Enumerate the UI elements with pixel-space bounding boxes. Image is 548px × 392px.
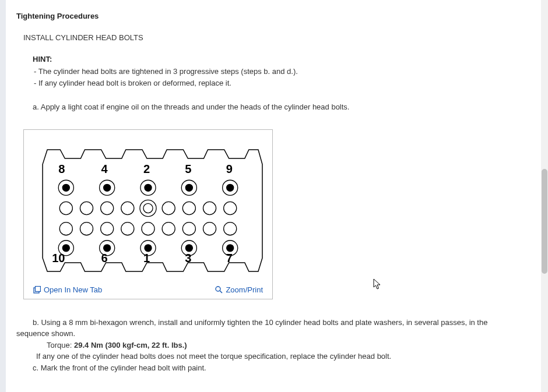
svg-point-21 — [80, 222, 93, 235]
hint-item: The cylinder head bolts are tightened in… — [33, 66, 532, 77]
svg-point-22 — [101, 222, 114, 235]
step-b-text-line2: sequence shown. — [16, 328, 532, 340]
svg-point-20 — [59, 222, 72, 235]
svg-point-7 — [185, 184, 192, 191]
svg-point-36 — [185, 244, 192, 251]
bolt-num: 9 — [226, 163, 233, 175]
bolt-num: 7 — [226, 251, 233, 264]
svg-rect-40 — [36, 286, 41, 291]
open-new-tab-link[interactable]: Open In New Tab — [33, 285, 102, 294]
bolt-num: 10 — [52, 251, 65, 264]
scrollbar-thumb[interactable] — [542, 169, 547, 274]
zoom-print-label: Zoom/Print — [226, 285, 263, 294]
bolt-num: 8 — [58, 163, 65, 175]
torque-line: Torque: 29.4 Nm (300 kgf-cm, 22 ft. lbs.… — [47, 340, 532, 351]
svg-point-34 — [145, 244, 152, 251]
svg-point-19 — [224, 202, 237, 214]
hint-list: The cylinder head bolts are tightened in… — [33, 66, 532, 89]
svg-point-30 — [62, 244, 69, 251]
step-b-text-line1: b. Using a 8 mm bi-hexagon wrench, insta… — [33, 318, 487, 327]
svg-point-12 — [101, 202, 114, 214]
svg-point-28 — [224, 222, 237, 235]
svg-point-18 — [203, 202, 216, 214]
document-content: Tightening Procedures INSTALL CYLINDER H… — [6, 0, 541, 392]
svg-line-42 — [220, 291, 222, 293]
svg-point-17 — [182, 202, 195, 214]
subsection-title: INSTALL CYLINDER HEAD BOLTS — [23, 33, 532, 42]
svg-point-32 — [104, 244, 111, 251]
bolt-num: 2 — [143, 163, 150, 175]
svg-point-38 — [227, 244, 234, 251]
svg-point-9 — [227, 184, 234, 191]
svg-point-10 — [59, 202, 72, 214]
open-new-tab-label: Open In New Tab — [44, 285, 102, 294]
svg-point-23 — [121, 222, 134, 235]
replace-note: If any one of the cylinder head bolts do… — [36, 351, 532, 362]
torque-label: Torque: — [47, 341, 72, 349]
bolt-num: 6 — [101, 251, 108, 264]
step-b-paragraph: b. Using a 8 mm bi-hexagon wrench, insta… — [16, 317, 532, 340]
svg-point-13 — [121, 202, 134, 214]
svg-point-26 — [182, 222, 195, 235]
new-tab-icon — [33, 286, 41, 294]
svg-point-16 — [162, 202, 175, 214]
svg-point-1 — [62, 184, 69, 191]
svg-point-5 — [145, 184, 152, 191]
magnify-icon — [215, 286, 223, 294]
svg-point-15 — [143, 203, 153, 213]
svg-point-27 — [203, 222, 216, 235]
diagram-controls: Open In New Tab Zoom/Print — [31, 285, 265, 294]
bolt-num: 1 — [143, 251, 150, 264]
bolt-num: 4 — [101, 163, 108, 175]
bolt-num: 5 — [185, 163, 191, 175]
step-c-text: c. Mark the front of the cylinder head b… — [33, 362, 532, 374]
svg-point-41 — [216, 287, 220, 291]
hint-item: If any cylinder head bolt is broken or d… — [33, 77, 532, 89]
svg-point-11 — [80, 202, 93, 214]
hint-label: HINT: — [33, 55, 532, 63]
torque-value: 29.4 Nm (300 kgf-cm, 22 ft. lbs.) — [74, 341, 187, 349]
step-a-text: a. Apply a light coat if engine oil on t… — [33, 101, 532, 113]
diagram-image: 8 4 2 5 9 10 6 1 3 7 — [31, 136, 265, 281]
bolt-num: 3 — [185, 251, 191, 264]
scrollbar-track[interactable] — [541, 0, 548, 392]
diagram-container: 8 4 2 5 9 10 6 1 3 7 Open In New Tab — [23, 129, 273, 299]
section-title: Tightening Procedures — [16, 12, 532, 20]
zoom-print-link[interactable]: Zoom/Print — [215, 285, 263, 294]
svg-point-3 — [104, 184, 111, 191]
svg-point-24 — [142, 222, 154, 235]
svg-point-25 — [162, 222, 175, 235]
